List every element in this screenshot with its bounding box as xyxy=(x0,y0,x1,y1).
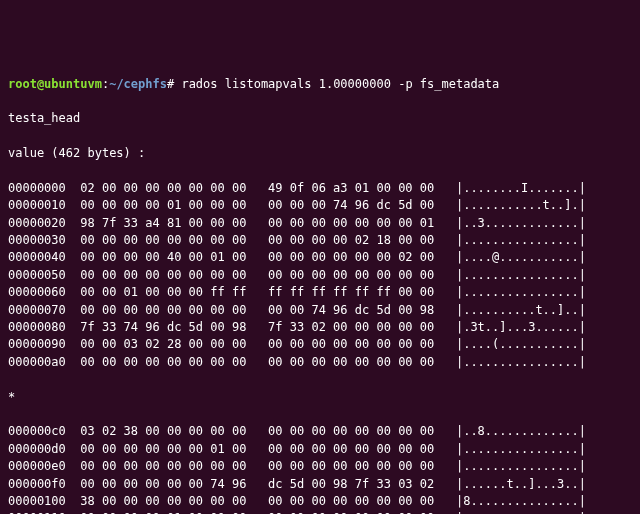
hexdump-separator: * xyxy=(8,389,632,406)
hexdump-row: 00000000 02 00 00 00 00 00 00 00 49 0f 0… xyxy=(8,180,632,197)
prompt-line: root@ubuntuvm:~/cephfs# rados listomapva… xyxy=(8,76,632,93)
hexdump-row: 00000110 00 00 00 00 01 00 00 00 00 00 0… xyxy=(8,510,632,514)
hexdump-row: 000000e0 00 00 00 00 00 00 00 00 00 00 0… xyxy=(8,458,632,475)
hexdump-row: 00000060 00 00 01 00 00 00 ff ff ff ff f… xyxy=(8,284,632,301)
hexdump-block-1: 00000000 02 00 00 00 00 00 00 00 49 0f 0… xyxy=(8,180,632,371)
hexdump-row: 00000090 00 00 03 02 28 00 00 00 00 00 0… xyxy=(8,336,632,353)
hexdump-row: 000000f0 00 00 00 00 00 00 74 96 dc 5d 0… xyxy=(8,476,632,493)
command-text[interactable]: rados listomapvals 1.00000000 -p fs_meta… xyxy=(174,77,499,91)
hexdump-block-2: 000000c0 03 02 38 00 00 00 00 00 00 00 0… xyxy=(8,423,632,514)
prompt-path: ~/cephfs xyxy=(109,77,167,91)
hexdump-row: 000000a0 00 00 00 00 00 00 00 00 00 00 0… xyxy=(8,354,632,371)
hexdump-row: 00000070 00 00 00 00 00 00 00 00 00 00 7… xyxy=(8,302,632,319)
prompt-user: root@ubuntuvm xyxy=(8,77,102,91)
hexdump-row: 00000100 38 00 00 00 00 00 00 00 00 00 0… xyxy=(8,493,632,510)
hexdump-row: 00000030 00 00 00 00 00 00 00 00 00 00 0… xyxy=(8,232,632,249)
hexdump-row: 000000c0 03 02 38 00 00 00 00 00 00 00 0… xyxy=(8,423,632,440)
hexdump-row: 00000010 00 00 00 00 01 00 00 00 00 00 0… xyxy=(8,197,632,214)
hexdump-row: 00000080 7f 33 74 96 dc 5d 00 98 7f 33 0… xyxy=(8,319,632,336)
output-header-2: value (462 bytes) : xyxy=(8,145,632,162)
hexdump-row: 00000050 00 00 00 00 00 00 00 00 00 00 0… xyxy=(8,267,632,284)
hexdump-row: 00000020 98 7f 33 a4 81 00 00 00 00 00 0… xyxy=(8,215,632,232)
hexdump-row: 000000d0 00 00 00 00 00 00 01 00 00 00 0… xyxy=(8,441,632,458)
output-header-1: testa_head xyxy=(8,110,632,127)
hexdump-row: 00000040 00 00 00 00 40 00 01 00 00 00 0… xyxy=(8,249,632,266)
